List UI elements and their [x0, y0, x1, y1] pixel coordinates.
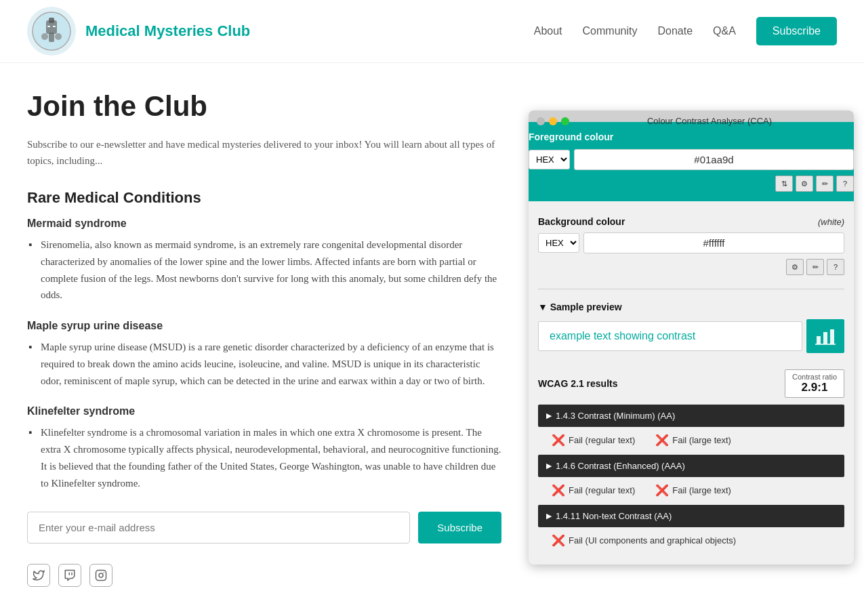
svg-rect-6: [47, 26, 50, 27]
cca-fg-input-row: HEX: [529, 149, 854, 170]
cca-bg-eyedropper-btn[interactable]: ✏: [806, 259, 824, 275]
svg-point-3: [41, 33, 48, 40]
twitch-icon[interactable]: [58, 564, 81, 587]
cca-fg-section: Foreground colour HEX ⇅ ⚙ ✏ ?: [529, 122, 854, 201]
cca-fail-row-146: ❌ Fail (regular text) ❌ Fail (large text…: [538, 480, 844, 501]
condition-title-1: Mermaid syndrome: [27, 218, 501, 230]
svg-rect-13: [830, 329, 834, 344]
site-title: Medical Mysteries Club: [85, 22, 250, 40]
cca-row-1411-arrow: ▶: [546, 512, 552, 520]
cca-bg-format-select[interactable]: HEX: [538, 233, 579, 253]
cca-result-row-146[interactable]: ▶ 1.4.6 Contrast (Enhanced) (AAA): [538, 455, 844, 477]
cca-dot-close[interactable]: [537, 117, 545, 125]
svg-rect-5: [49, 33, 54, 42]
cca-bg-icon-row: ⚙ ✏ ?: [538, 259, 844, 275]
condition-desc-2: Maple syrup urine disease (MSUD) is a ra…: [27, 339, 501, 389]
header-subscribe-button[interactable]: Subscribe: [756, 17, 837, 45]
cca-wcag-row: WCAG 2.1 results Contrast ratio 2.9:1: [538, 369, 844, 398]
email-subscribe-button[interactable]: Subscribe: [418, 512, 501, 543]
cca-dot-minimize[interactable]: [549, 117, 557, 125]
cca-bg-input-row: HEX: [538, 232, 844, 253]
cca-bg-section: Background colour (white) HEX ⚙ ✏ ?: [529, 209, 854, 282]
condition-list-2: Maple syrup urine disease (MSUD) is a ra…: [27, 339, 501, 389]
cca-fg-label: Foreground colour: [529, 131, 854, 142]
cca-bg-header: Background colour (white): [538, 216, 844, 227]
condition-title-3: Klinefelter syndrome: [27, 405, 501, 417]
cca-fg-help-btn[interactable]: ?: [836, 176, 854, 192]
cca-bg-settings-btn[interactable]: ⚙: [786, 259, 804, 275]
cca-row-143-arrow: ▶: [546, 411, 552, 420]
cca-fail-146-large: ❌ Fail (large text): [655, 484, 731, 497]
cca-fail-label-146-regular: Fail (regular text): [569, 485, 635, 495]
condition-list-3: Klinefelter syndrome is a chromosomal va…: [27, 424, 501, 491]
cca-fg-icon-row: ⇅ ⚙ ✏ ?: [529, 176, 854, 192]
cca-fail-146-regular: ❌ Fail (regular text): [552, 484, 635, 497]
svg-rect-2: [49, 18, 54, 23]
cca-contrast-ratio-label: Contrast ratio: [792, 373, 837, 381]
cca-sample-preview: example text showing contrast: [538, 319, 844, 353]
cca-sample-chart-btn[interactable]: [806, 319, 844, 353]
cca-fail-label-143-large: Fail (large text): [672, 435, 731, 445]
cca-results-section: WCAG 2.1 results Contrast ratio 2.9:1 ▶ …: [529, 369, 854, 564]
social-icons: [27, 564, 501, 587]
main-nav: About Community Donate Q&A Subscribe: [534, 17, 837, 45]
nav-community[interactable]: Community: [583, 25, 638, 37]
cca-fail-icon-146-large: ❌: [655, 484, 669, 497]
cca-fg-format-select[interactable]: HEX: [529, 150, 570, 169]
cca-title: Colour Contrast Analyser (CCA): [573, 116, 846, 126]
cca-fail-1411-ui: ❌ Fail (UI components and graphical obje…: [552, 534, 736, 547]
condition-desc-1: Sirenomelia, also known as mermaid syndr…: [27, 237, 501, 304]
cca-fg-settings-btn[interactable]: ⚙: [796, 176, 813, 192]
intro-text: Subscribe to our e-newsletter and have m…: [27, 136, 501, 169]
cca-fg-eyedropper-btn[interactable]: ✏: [816, 176, 834, 192]
cca-sample-header: ▼ Sample preview: [538, 302, 844, 312]
cca-fail-icon-143-regular: ❌: [552, 434, 565, 447]
cca-fg-swap-btn[interactable]: ⇅: [775, 176, 793, 192]
site-header: Medical Mysteries Club About Community D…: [0, 0, 864, 63]
cca-wcag-label: WCAG 2.1 results: [538, 378, 617, 389]
cca-divider: [538, 289, 844, 289]
cca-fail-row-143: ❌ Fail (regular text) ❌ Fail (large text…: [538, 430, 844, 451]
cca-bg-label: Background colour: [538, 216, 625, 227]
cca-fail-icon-1411-ui: ❌: [552, 534, 565, 547]
instagram-icon[interactable]: [89, 564, 112, 587]
nav-donate[interactable]: Donate: [657, 25, 693, 37]
condition-block-2: Maple syrup urine disease Maple syrup ur…: [27, 320, 501, 389]
condition-desc-3: Klinefelter syndrome is a chromosomal va…: [27, 424, 501, 491]
nav-qa[interactable]: Q&A: [713, 25, 736, 37]
svg-point-10: [103, 572, 104, 573]
cca-fail-icon-143-large: ❌: [655, 434, 669, 447]
cca-bg-hex-input[interactable]: [583, 232, 844, 253]
page-title: Join the Club: [27, 90, 501, 123]
cca-fail-label-146-large: Fail (large text): [672, 485, 731, 495]
svg-rect-8: [96, 571, 106, 581]
cca-sample-text: example text showing contrast: [538, 321, 802, 351]
cca-result-row-1411[interactable]: ▶ 1.4.11 Non-text Contrast (AA): [538, 505, 844, 527]
svg-rect-12: [823, 332, 827, 344]
svg-point-9: [99, 573, 103, 577]
cca-fail-icon-146-regular: ❌: [552, 484, 565, 497]
cca-bg-help-btn[interactable]: ?: [827, 259, 844, 275]
left-content: Join the Club Subscribe to our e-newslet…: [27, 90, 501, 587]
logo-image: [27, 7, 76, 56]
cca-fail-143-large: ❌ Fail (large text): [655, 434, 731, 447]
cca-result-row-143[interactable]: ▶ 1.4.3 Contrast (Minimum) (AA): [538, 405, 844, 427]
cca-fail-label-1411-ui: Fail (UI components and graphical object…: [569, 535, 736, 546]
cca-bg-white-label: (white): [818, 217, 844, 227]
cca-contrast-box: Contrast ratio 2.9:1: [785, 369, 844, 398]
cca-dot-maximize[interactable]: [561, 117, 569, 125]
condition-list-1: Sirenomelia, also known as mermaid syndr…: [27, 237, 501, 304]
svg-rect-11: [817, 336, 821, 344]
twitter-icon[interactable]: [27, 564, 50, 587]
nav-about[interactable]: About: [534, 25, 562, 37]
main-layout: Join the Club Subscribe to our e-newslet…: [0, 63, 864, 614]
cca-row-143-label: 1.4.3 Contrast (Minimum) (AA): [556, 411, 675, 421]
cca-fg-hex-input[interactable]: [574, 149, 854, 170]
cca-contrast-ratio-value: 2.9:1: [792, 381, 837, 394]
svg-rect-7: [53, 26, 56, 27]
email-form: Subscribe: [27, 512, 501, 543]
condition-block-3: Klinefelter syndrome Klinefelter syndrom…: [27, 405, 501, 491]
email-input[interactable]: [27, 512, 410, 543]
logo-area: Medical Mysteries Club: [27, 7, 250, 56]
cca-row-1411-label: 1.4.11 Non-text Contrast (AA): [556, 511, 672, 521]
